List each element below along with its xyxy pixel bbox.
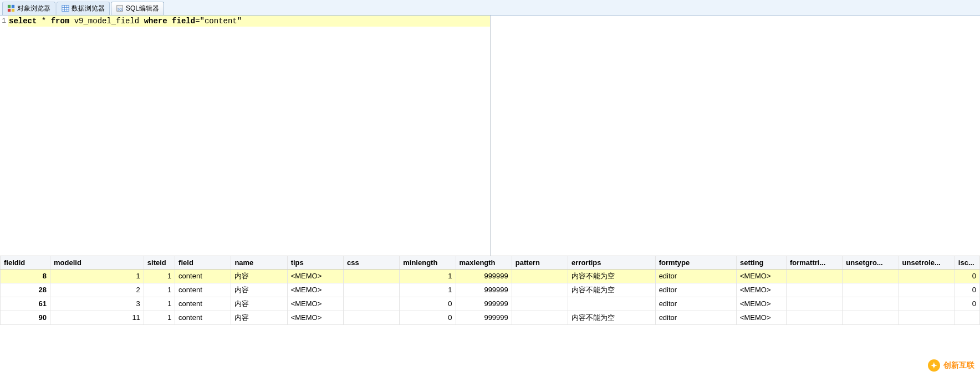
cell-errortips[interactable]: 内容不能为空 (568, 283, 656, 297)
column-header-name[interactable]: name (231, 256, 287, 269)
column-header-minlength[interactable]: minlength (400, 256, 456, 269)
cell-siteid[interactable]: 1 (144, 269, 175, 283)
column-header-maxlength[interactable]: maxlength (456, 256, 512, 269)
column-header-fieldid[interactable]: fieldid (1, 256, 50, 269)
column-header-isc[interactable]: isc... (955, 256, 979, 269)
cell-unsetrole[interactable] (899, 297, 955, 311)
tab-label: 数据浏览器 (72, 4, 105, 13)
cell-fieldid[interactable]: 28 (1, 283, 50, 297)
column-header-formattri[interactable]: formattri... (786, 256, 842, 269)
column-header-field[interactable]: field (175, 256, 231, 269)
cell-formtype[interactable]: editor (655, 283, 736, 297)
cell-formattri[interactable] (786, 311, 842, 324)
cell-unsetrole[interactable] (899, 311, 955, 324)
cell-isc[interactable]: 0 (955, 297, 979, 311)
cell-modelid[interactable]: 3 (50, 297, 144, 311)
cell-maxlength[interactable]: 999999 (456, 283, 512, 297)
cell-maxlength[interactable]: 999999 (456, 311, 512, 324)
cell-formattri[interactable] (786, 269, 842, 283)
cell-unsetgro[interactable] (843, 311, 899, 324)
table-header-row: fieldidmodelidsiteidfieldnametipscssminl… (1, 256, 980, 269)
cell-tips[interactable]: <MEMO> (287, 297, 343, 311)
table-row[interactable]: 811content内容<MEMO>1999999内容不能为空editor<ME… (1, 269, 980, 283)
cell-maxlength[interactable]: 999999 (456, 297, 512, 311)
cell-unsetrole[interactable] (899, 283, 955, 297)
table-row[interactable]: 90111content内容<MEMO>0999999内容不能为空editor<… (1, 311, 980, 324)
cell-field[interactable]: content (175, 311, 231, 324)
table-row[interactable]: 2821content内容<MEMO>1999999内容不能为空editor<M… (1, 283, 980, 297)
cell-isc[interactable]: 0 (955, 283, 979, 297)
column-header-setting[interactable]: setting (736, 256, 786, 269)
cell-siteid[interactable]: 1 (144, 297, 175, 311)
cell-isc[interactable]: 0 (955, 269, 979, 283)
cell-formtype[interactable]: editor (655, 311, 736, 324)
cell-pattern[interactable] (512, 311, 568, 324)
column-header-modelid[interactable]: modelid (50, 256, 144, 269)
sql-editor-pane[interactable]: 1 select * from v9_model_field where fie… (0, 16, 491, 256)
cell-css[interactable] (343, 311, 399, 324)
cell-errortips[interactable] (568, 297, 656, 311)
cell-siteid[interactable]: 1 (144, 283, 175, 297)
cell-unsetgro[interactable] (843, 283, 899, 297)
column-header-css[interactable]: css (343, 256, 399, 269)
column-header-errortips[interactable]: errortips (568, 256, 656, 269)
cell-pattern[interactable] (512, 269, 568, 283)
cell-setting[interactable]: <MEMO> (736, 311, 786, 324)
column-header-unsetrole[interactable]: unsetrole... (899, 256, 955, 269)
tab-object-browser[interactable]: 对象浏览器 (2, 2, 55, 15)
cell-formtype[interactable]: editor (655, 297, 736, 311)
tab-data-browser[interactable]: 数据浏览器 (57, 2, 110, 15)
cell-fieldid[interactable]: 61 (1, 297, 50, 311)
cell-formattri[interactable] (786, 283, 842, 297)
cell-pattern[interactable] (512, 283, 568, 297)
cell-setting[interactable]: <MEMO> (736, 269, 786, 283)
cell-minlength[interactable]: 1 (400, 283, 456, 297)
cell-css[interactable] (343, 283, 399, 297)
column-header-formtype[interactable]: formtype (655, 256, 736, 269)
results-grid[interactable]: fieldidmodelidsiteidfieldnametipscssminl… (0, 256, 980, 376)
column-header-siteid[interactable]: siteid (144, 256, 175, 269)
cell-name[interactable]: 内容 (231, 283, 287, 297)
cell-unsetgro[interactable] (843, 297, 899, 311)
cell-modelid[interactable]: 11 (50, 311, 144, 324)
column-header-unsetgro[interactable]: unsetgro... (843, 256, 899, 269)
cell-name[interactable]: 内容 (231, 311, 287, 324)
cell-tips[interactable]: <MEMO> (287, 283, 343, 297)
cell-name[interactable]: 内容 (231, 269, 287, 283)
column-header-pattern[interactable]: pattern (512, 256, 568, 269)
sql-code-line[interactable]: select * from v9_model_field where field… (8, 16, 490, 27)
cell-modelid[interactable]: 2 (50, 283, 144, 297)
cell-field[interactable]: content (175, 297, 231, 311)
cell-name[interactable]: 内容 (231, 297, 287, 311)
sql-icon: SQL (116, 4, 124, 12)
cell-isc[interactable] (955, 311, 979, 324)
cell-unsetgro[interactable] (843, 269, 899, 283)
cell-pattern[interactable] (512, 297, 568, 311)
cell-minlength[interactable]: 0 (400, 297, 456, 311)
cell-formattri[interactable] (786, 297, 842, 311)
cell-field[interactable]: content (175, 283, 231, 297)
cell-fieldid[interactable]: 8 (1, 269, 50, 283)
cell-tips[interactable]: <MEMO> (287, 269, 343, 283)
cell-setting[interactable]: <MEMO> (736, 297, 786, 311)
cell-modelid[interactable]: 1 (50, 269, 144, 283)
cell-errortips[interactable]: 内容不能为空 (568, 311, 656, 324)
cell-siteid[interactable]: 1 (144, 311, 175, 324)
cell-maxlength[interactable]: 999999 (456, 269, 512, 283)
cell-formtype[interactable]: editor (655, 269, 736, 283)
cell-minlength[interactable]: 1 (400, 269, 456, 283)
table-row[interactable]: 6131content内容<MEMO>0999999editor<MEMO>0 (1, 297, 980, 311)
cell-setting[interactable]: <MEMO> (736, 283, 786, 297)
cell-errortips[interactable]: 内容不能为空 (568, 269, 656, 283)
cell-unsetrole[interactable] (899, 269, 955, 283)
tab-sql-editor[interactable]: SQL SQL编辑器 (111, 2, 164, 15)
line-number: 1 (0, 16, 8, 27)
cell-field[interactable]: content (175, 269, 231, 283)
cell-tips[interactable]: <MEMO> (287, 311, 343, 324)
cell-minlength[interactable]: 0 (400, 311, 456, 324)
table-icon (62, 4, 69, 12)
cell-fieldid[interactable]: 90 (1, 311, 50, 324)
column-header-tips[interactable]: tips (287, 256, 343, 269)
cell-css[interactable] (343, 297, 399, 311)
cell-css[interactable] (343, 269, 399, 283)
